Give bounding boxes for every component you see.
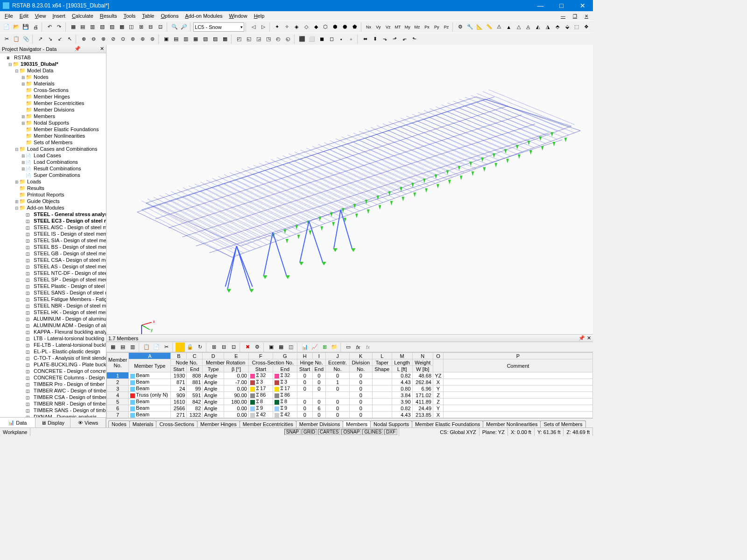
mt-11[interactable]: ⊟ — [219, 343, 228, 352]
snap-grid[interactable]: GRID — [302, 429, 317, 435]
tree-node[interactable]: ⊞📁 Nodal Supports — [0, 119, 106, 126]
tree-node[interactable]: 📁 Member Eccentricities — [0, 100, 106, 106]
tb-42[interactable]: 📐 — [475, 22, 484, 32]
tree-node[interactable]: ⊞📁 Members — [0, 113, 106, 119]
maximize-button[interactable]: □ — [551, 0, 572, 11]
tb-12[interactable]: 🔎 — [179, 22, 189, 32]
t2-5[interactable]: ↘ — [45, 35, 55, 44]
tb-py[interactable]: Py — [432, 22, 441, 32]
members-close-icon[interactable]: ✕ — [585, 335, 593, 341]
mt-12[interactable]: ⊡ — [229, 343, 238, 352]
tb-41[interactable]: 🔧 — [465, 22, 475, 32]
tb-40[interactable]: ⚙ — [456, 22, 465, 32]
t2-14[interactable]: ⊛ — [138, 35, 147, 44]
tb-47[interactable]: ◬ — [523, 22, 533, 32]
mt-15[interactable]: ▦ — [276, 343, 286, 352]
t2-15[interactable]: ⊜ — [148, 35, 157, 44]
tb-mz[interactable]: Mz — [413, 22, 422, 32]
tab-member-nonlinearities[interactable]: Member Nonlinearities — [483, 420, 541, 427]
tb-mt[interactable]: MT — [393, 22, 402, 32]
tab-members[interactable]: Members — [343, 420, 371, 427]
snap-cartes[interactable]: CARTES — [318, 429, 340, 435]
t2-1[interactable]: ✂ — [2, 35, 11, 44]
tree-node[interactable]: ⊟📁 Load Cases and Combinations — [0, 146, 106, 152]
tree-node[interactable]: ⊞📄 Result Combinations — [0, 165, 106, 172]
tab-nodes[interactable]: Nodes — [108, 420, 130, 427]
t2-13[interactable]: ⊚ — [128, 35, 137, 44]
t2-16[interactable]: ▣ — [162, 35, 171, 44]
t2-10[interactable]: ⊗ — [99, 35, 108, 44]
tb-8[interactable]: ⊞ — [136, 22, 146, 32]
tree-node[interactable]: ⊞📄 Load Combinations — [0, 159, 106, 165]
tree-node[interactable]: ◫ TIMBER NBR - Design of timber m — [0, 400, 106, 407]
tb-51[interactable]: ⬙ — [563, 22, 572, 32]
tree-node[interactable]: 📁 Printout Reports — [0, 191, 106, 198]
tree-node[interactable]: ⊞📄 Load Cases — [0, 152, 106, 159]
tb-21[interactable]: ✧ — [282, 22, 291, 32]
minimize-button[interactable]: — — [530, 0, 551, 11]
t2-21[interactable]: ▨ — [211, 35, 220, 44]
tree-node[interactable]: 📁 Results — [0, 185, 106, 191]
tb-23[interactable]: ◇ — [302, 22, 311, 32]
snap-osnap[interactable]: OSNAP — [341, 429, 361, 435]
tb-10[interactable]: ⊡ — [156, 22, 165, 32]
t2-19[interactable]: ▦ — [191, 35, 200, 44]
tree-node[interactable]: 📄 Super Combinations — [0, 172, 106, 178]
mt-excel[interactable]: ⊞ — [320, 343, 329, 352]
tb-22[interactable]: ◈ — [292, 22, 301, 32]
tb-7[interactable]: ◫ — [127, 22, 136, 32]
t2-24[interactable]: ◱ — [244, 35, 254, 44]
tree-node[interactable]: ◫ ALUMINUM - Design of aluminum — [0, 315, 106, 322]
tree-node[interactable]: 📁 Member Divisions — [0, 106, 106, 113]
t2-29[interactable]: ⬛ — [297, 35, 307, 44]
menu-help[interactable]: Help — [251, 13, 268, 19]
tree-node[interactable]: ◫ FE-LTB - Lateral-torsional buckling — [0, 342, 106, 348]
t2-30[interactable]: ⬜ — [307, 35, 317, 44]
tree-node[interactable]: ⊟📁 Add-on Modules — [0, 204, 106, 211]
tb-52[interactable]: ⬚ — [572, 22, 581, 32]
t2-11[interactable]: ⊘ — [108, 35, 118, 44]
mt-20[interactable]: ▭ — [344, 343, 353, 352]
menu-options[interactable]: Options — [158, 13, 181, 19]
loadcase-dropdown[interactable]: LC5 - Snow — [193, 22, 244, 32]
mt-del[interactable]: ✖ — [243, 343, 252, 352]
tb-6[interactable]: ▩ — [117, 22, 127, 32]
snap-dxf[interactable]: DXF — [384, 429, 397, 435]
tree-node[interactable]: ◫ STEEL IS - Design of steel member — [0, 231, 106, 237]
t2-3[interactable]: 📎 — [21, 35, 31, 44]
tree-node[interactable]: ◫ STEEL Plastic - Design of steel mer — [0, 283, 106, 289]
tb-px[interactable]: Px — [423, 22, 432, 32]
tb-27[interactable]: ⬣ — [340, 22, 350, 32]
mt-1[interactable]: ▦ — [108, 343, 118, 352]
menu-add-on-modules[interactable]: Add-on Modules — [182, 13, 225, 19]
t2-26[interactable]: ◳ — [264, 35, 273, 44]
t2-18[interactable]: ▥ — [181, 35, 190, 44]
mt-18[interactable]: 📈 — [310, 343, 319, 352]
new-button[interactable]: 📄 — [2, 22, 11, 32]
t2-37[interactable]: ⬎ — [380, 35, 389, 44]
mt-19[interactable]: 📁 — [330, 343, 339, 352]
t2-28[interactable]: ◵ — [283, 35, 293, 44]
tb-11[interactable]: 🔍 — [170, 22, 179, 32]
members-grid[interactable]: MemberNo.ABCDEFGHIJKLMNOPMember TypeNode… — [106, 352, 593, 418]
snap-glines[interactable]: GLINES — [362, 429, 383, 435]
tree-node[interactable]: ◫ STEEL EC3 - Design of steel mem — [0, 217, 106, 224]
tb-9[interactable]: ⊟ — [146, 22, 155, 32]
menu-insert[interactable]: Insert — [49, 13, 68, 19]
tree-node[interactable]: ◫ CONCRETE Columns - Design of c — [0, 374, 106, 381]
tab-materials[interactable]: Materials — [129, 420, 157, 427]
tb-43[interactable]: 📏 — [485, 22, 494, 32]
members-pin-icon[interactable]: 📌 — [578, 335, 585, 341]
nav-tab-views[interactable]: 👁 Views — [70, 418, 106, 427]
tree-node[interactable]: ◫ STEEL NBR - Design of steel memb — [0, 302, 106, 309]
nav-next[interactable]: ▷ — [259, 22, 268, 32]
tb-2[interactable]: ▤ — [78, 22, 88, 32]
tree-node[interactable]: ◫ TIMBER CSA - Design of timber m — [0, 394, 106, 400]
tree-node[interactable]: ◫ STEEL GB - Design of steel membe — [0, 250, 106, 257]
mt-10[interactable]: ⊞ — [209, 343, 218, 352]
tree-node[interactable]: ◫ STEEL SANS - Design of steel mem — [0, 289, 106, 296]
nav-close-icon[interactable]: ✕ — [98, 46, 106, 52]
t2-4[interactable]: ↗ — [35, 35, 45, 44]
tb-my[interactable]: My — [403, 22, 412, 32]
tb-25[interactable]: ⬡ — [321, 22, 331, 32]
